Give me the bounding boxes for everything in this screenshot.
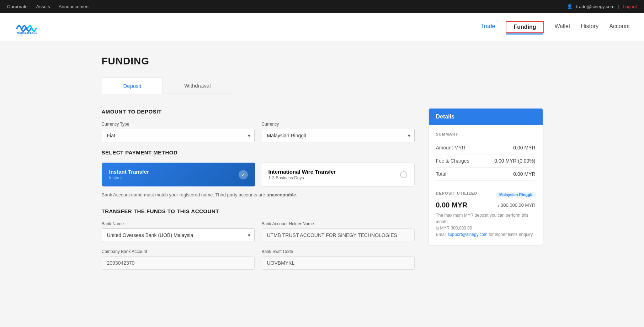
form-section: AMOUNT TO DEPOSIT Currency Type Fiat Cur…: [102, 109, 415, 277]
payment-instant[interactable]: Instant Transfer Instant ✓: [102, 163, 255, 186]
currency-select-wrapper: Malaysian Ringgit: [262, 129, 415, 142]
deposit-utilized-section: DEPOSIT UTILIZED Malaysian Ringgit 0.00 …: [436, 191, 536, 238]
deposit-utilized-label: DEPOSIT UTILIZED: [436, 191, 478, 195]
nav-account[interactable]: Account: [609, 23, 630, 31]
topbar-user: 👤 trade@sinegy.com | Logout: [567, 4, 637, 9]
account-row: Company Bank Account Bank Swift Code: [102, 249, 415, 270]
company-account-input: [102, 256, 255, 270]
tabs: Deposit Withdrawal: [102, 78, 315, 94]
logo-area: MARKETPLACE BY SINEGY: [14, 18, 46, 36]
amount-row: Amount MYR 0.00 MYR: [436, 141, 536, 154]
currency-select[interactable]: Malaysian Ringgit: [262, 129, 415, 142]
deposit-notice: The maximum MYR deposit you can perform …: [436, 212, 536, 238]
divider: [436, 186, 536, 186]
main-layout: AMOUNT TO DEPOSIT Currency Type Fiat Cur…: [102, 109, 543, 277]
bank-name-select-wrapper: United Overseas Bank (UOB) Malaysia: [102, 228, 255, 242]
payment-instant-name: Instant Transfer: [109, 169, 149, 175]
currency-type-select[interactable]: Fiat: [102, 129, 255, 142]
separator: |: [618, 4, 619, 9]
nav-history[interactable]: History: [581, 23, 598, 31]
payment-wire[interactable]: International Wire Transfer 1-3 Business…: [261, 163, 415, 186]
amount-label: Amount MYR: [436, 145, 465, 151]
currency-type-select-wrapper: Fiat: [102, 129, 255, 142]
tab-deposit[interactable]: Deposit: [102, 78, 163, 94]
total-row: Total 0.00 MYR: [436, 168, 536, 181]
notice-text: Bank Account name must match your regist…: [102, 192, 415, 197]
radio-icon: [400, 171, 407, 178]
bank-name-select[interactable]: United Overseas Bank (UOB) Malaysia: [102, 228, 255, 242]
payment-section-title: SELECT PAYMENT METHOD: [102, 149, 415, 155]
currency-group: Currency Malaysian Ringgit: [262, 122, 415, 142]
topbar-corporate[interactable]: Corporate: [7, 4, 28, 9]
currency-type-label: Currency Type: [102, 122, 255, 127]
notice-text-bold: unacceptable.: [266, 192, 297, 197]
currency-type-group: Currency Type Fiat: [102, 122, 255, 142]
payment-wire-name: International Wire Transfer: [268, 169, 336, 175]
header: MARKETPLACE BY SINEGY Trade Funding Wall…: [0, 13, 644, 41]
deposit-amount-row: 0.00 MYR / 300,000.00 MYR: [436, 201, 536, 209]
fee-label: Fee & Charges: [436, 158, 469, 164]
topbar-announcement[interactable]: Announcement: [59, 4, 90, 9]
payment-instant-sub: Instant: [109, 175, 149, 180]
deposit-max: / 300,000.00 MYR: [498, 202, 536, 208]
deposit-notice-line3: Email: [436, 232, 447, 237]
amount-section-title: AMOUNT TO DEPOSIT: [102, 109, 415, 115]
currency-row: Currency Type Fiat Currency Malaysian Ri…: [102, 122, 415, 142]
bank-row: Bank Name United Overseas Bank (UOB) Mal…: [102, 221, 415, 242]
main-nav: Trade Funding Wallet History Account: [480, 21, 630, 33]
payment-wire-sub: 1-3 Business Days: [268, 175, 336, 180]
svg-text:BY SINEGY: BY SINEGY: [17, 35, 25, 36]
page-title: FUNDING: [102, 56, 543, 67]
topbar: Corporate Assets Announcement 👤 trade@si…: [0, 0, 644, 13]
swift-code-input: [262, 256, 415, 270]
total-label: Total: [436, 171, 447, 177]
topbar-nav: Corporate Assets Announcement: [7, 4, 90, 9]
logo-icon: MARKETPLACE BY SINEGY: [14, 18, 46, 36]
company-account-label: Company Bank Account: [102, 249, 255, 254]
deposit-notice-line1: The maximum MYR deposit you can perform …: [436, 213, 528, 224]
nav-wallet[interactable]: Wallet: [555, 23, 570, 31]
user-icon: 👤: [567, 4, 573, 9]
swift-code-label: Bank Swift Code: [262, 249, 415, 254]
fee-value: 0.00 MYR (0.00%): [494, 158, 535, 164]
deposit-utilized-badge: Malaysian Ringgit: [496, 192, 536, 197]
details-body: SUMMARY Amount MYR 0.00 MYR Fee & Charge…: [429, 125, 543, 245]
company-account-group: Company Bank Account: [102, 249, 255, 270]
deposit-current: 0.00 MYR: [436, 201, 468, 209]
details-header: Details: [429, 109, 543, 125]
nav-funding[interactable]: Funding: [506, 21, 544, 33]
payment-wire-info: International Wire Transfer 1-3 Business…: [268, 169, 336, 180]
svg-text:MARKETPLACE: MARKETPLACE: [17, 31, 38, 34]
user-email: trade@sinegy.com: [576, 4, 614, 9]
notice-text-main: Bank Account name must match your regist…: [102, 192, 265, 197]
swift-code-group: Bank Swift Code: [262, 249, 415, 270]
bank-holder-label: Bank Account Holder Name: [262, 221, 415, 226]
bank-name-label: Bank Name: [102, 221, 255, 226]
check-icon: ✓: [239, 170, 248, 179]
tab-withdrawal[interactable]: Withdrawal: [163, 78, 232, 94]
bank-name-group: Bank Name United Overseas Bank (UOB) Mal…: [102, 221, 255, 242]
amount-value: 0.00 MYR: [513, 145, 535, 151]
deposit-notice-line4: for higher limits enquiry.: [489, 232, 534, 237]
logout-button[interactable]: Logout: [623, 4, 637, 9]
nav-trade[interactable]: Trade: [480, 23, 495, 31]
support-email-link[interactable]: support@sinegy.com: [448, 232, 488, 237]
summary-title: SUMMARY: [436, 132, 536, 136]
page-content: FUNDING Deposit Withdrawal AMOUNT TO DEP…: [73, 41, 571, 291]
bank-holder-input: [262, 228, 415, 242]
currency-label: Currency: [262, 122, 415, 127]
total-value: 0.00 MYR: [513, 171, 535, 177]
topbar-assets[interactable]: Assets: [36, 4, 50, 9]
payment-methods: Instant Transfer Instant ✓ International…: [102, 163, 415, 186]
fee-row: Fee & Charges 0.00 MYR (0.00%): [436, 154, 536, 168]
bank-holder-group: Bank Account Holder Name: [262, 221, 415, 242]
deposit-notice-line2: is MYR 300,000.00: [436, 226, 472, 231]
details-panel: Details SUMMARY Amount MYR 0.00 MYR Fee …: [429, 109, 543, 245]
payment-instant-info: Instant Transfer Instant: [109, 169, 149, 180]
transfer-section-title: TRANSFER THE FUNDS TO THIS ACCOUNT: [102, 208, 415, 214]
